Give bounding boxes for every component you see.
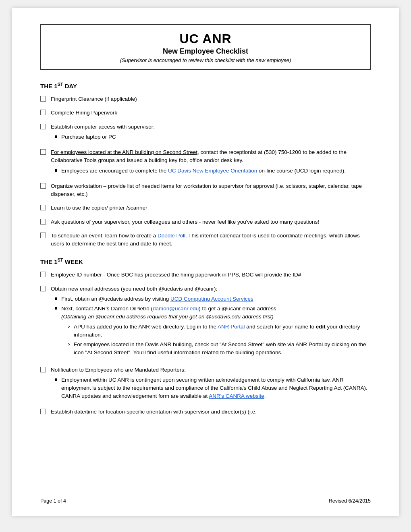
checklist-item-copier: Learn to use the copier/ printer /scanne… [40,204,371,212]
anr-portal-item-2: For employees located in the Davis ANR b… [68,341,371,357]
checklist-item-employee-id: Employee ID number - Once BOC has proces… [40,271,371,279]
document-header: UC ANR New Employee Checklist (Superviso… [40,24,371,70]
checklist-item-doodle: To schedule an event, learn how to creat… [40,232,371,248]
ucd-computing-link[interactable]: UCD Computing Account Services [170,296,253,302]
checkbox-fingerprint[interactable] [40,96,46,102]
canra-website-link[interactable]: ANR's CANRA website [209,393,264,399]
anr-portal-sub-list: APU has added you to the ANR web directo… [68,323,371,357]
questions-text: Ask questions of your supervisor, your c… [51,219,319,225]
email-sub-list: First, obtain an @ucdavis address by vis… [55,295,371,359]
section-week-title: THE 1ST WEEK [40,258,371,265]
checklist-item-anr-building: For employees located at the ANR buildin… [40,148,371,177]
checkbox-employee-id[interactable] [40,272,46,277]
checklist-item-computer: Establish computer access with superviso… [40,123,371,143]
computer-text: Establish computer access with superviso… [51,124,155,130]
uc-davis-orientation-link[interactable]: UC Davis New Employee Orientation [168,168,257,174]
checkbox-questions[interactable] [40,219,46,224]
section-week-1: THE 1ST WEEK Employee ID number - Once B… [40,258,371,416]
checkbox-email[interactable] [40,286,46,291]
page-info: Page 1 of 4 [40,498,66,504]
damon-email-link[interactable]: damon@ucanr.edu [153,305,199,312]
doc-title: UC ANR [49,31,362,46]
doodle-text-pre: To schedule an event, learn how to creat… [51,233,158,239]
page-footer: Page 1 of 4 Revised 6/24/2015 [40,498,371,504]
checklist-item-hiring: Complete Hiring Paperwork [40,109,371,117]
checkbox-orientation[interactable] [40,409,46,414]
checkbox-workstation[interactable] [40,183,46,189]
checkbox-computer[interactable] [40,124,46,129]
anr-portal-link[interactable]: ANR Portal [218,324,245,330]
mandated-sub-item-1: Employment within UC ANR is contingent u… [55,376,371,401]
checkbox-doodle[interactable] [40,233,46,238]
mandated-text: Notification to Employees who are Mandat… [51,367,186,373]
hiring-text: Complete Hiring Paperwork [51,110,117,116]
checkbox-copier[interactable] [40,205,46,210]
ucanr-note: (Obtaining an @ucanr.edu address require… [61,314,274,320]
bullet-square-icon [55,169,57,172]
section-day-title: THE 1ST DAY [40,82,371,89]
fingerprint-text: Fingerprint Clearance (if applicable) [51,96,137,102]
checklist-item-email: Obtain new email addresses (you need bot… [40,285,371,360]
checkbox-anr-building[interactable] [40,149,46,155]
revised-date: Revised 6/24/2015 [329,498,371,504]
checklist-item-fingerprint: Fingerprint Clearance (if applicable) [40,95,371,103]
doc-note: (Supervisor is encouraged to review this… [49,57,362,63]
bullet-square-icon [55,135,57,138]
document-page: UC ANR New Employee Checklist (Superviso… [12,8,399,516]
checkbox-hiring[interactable] [40,110,46,115]
doodle-poll-link[interactable]: Doodle Poll [158,233,185,239]
bullet-square-icon [55,378,57,381]
bullet-square-icon [55,297,57,300]
email-sub-item-1: First, obtain an @ucdavis address by vis… [55,295,371,303]
checklist-item-orientation: Establish date/time for location-specifi… [40,408,371,416]
anr-portal-item-1: APU has added you to the ANR web directo… [68,323,371,339]
anr-building-link-text: For employees located at the ANR buildin… [51,149,199,155]
checklist-item-workstation: Organize workstation – provide list of n… [40,182,371,199]
anr-building-sub-item-1: Employees are encouraged to complete the… [55,167,371,175]
anr-building-sub-list: Employees are encouraged to complete the… [55,167,371,175]
circle-bullet-icon [68,343,70,345]
mandated-sub-list: Employment within UC ANR is contingent u… [55,376,371,401]
section-day-1: THE 1ST DAY Fingerprint Clearance (if ap… [40,82,371,248]
doc-subtitle: New Employee Checklist [49,47,362,56]
bullet-square-icon [55,307,57,310]
computer-sub-list: Purchase laptop or PC [55,133,371,141]
email-text: Obtain new email addresses (you need bot… [51,286,217,292]
email-sub-item-2: Next, contact ANR's Damon DiPietro (damo… [55,305,371,359]
copier-text: Learn to use the copier/ printer /scanne… [51,205,147,211]
checkbox-mandated[interactable] [40,367,46,372]
orientation-text: Establish date/time for location-specifi… [51,409,257,415]
checklist-item-mandated: Notification to Employees who are Mandat… [40,366,371,402]
computer-sub-item-1: Purchase laptop or PC [55,133,371,141]
workstation-text: Organize workstation – provide list of n… [51,183,362,197]
employee-id-text: Employee ID number - Once BOC has proces… [51,272,301,278]
circle-bullet-icon [68,326,70,328]
checklist-item-questions: Ask questions of your supervisor, your c… [40,218,371,226]
